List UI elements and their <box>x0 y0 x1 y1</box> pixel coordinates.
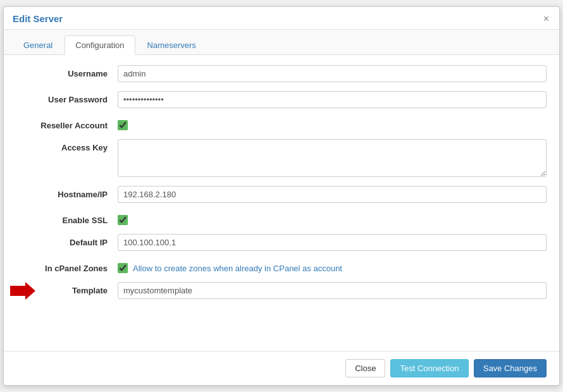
test-connection-button[interactable]: Test Connection <box>390 359 468 377</box>
access-key-input[interactable] <box>118 139 547 177</box>
modal-footer: Close Test Connection Save Changes <box>4 351 559 385</box>
enable-ssl-checkbox[interactable] <box>118 215 128 225</box>
template-row: Template <box>16 282 547 299</box>
username-label: Username <box>16 65 118 78</box>
modal-body: Username User Password Reseller Account … <box>4 55 559 351</box>
hostname-label: Hostname/IP <box>16 186 118 199</box>
hostname-input[interactable] <box>118 186 547 203</box>
default-ip-row: Default IP <box>16 234 547 251</box>
edit-server-modal: Edit Server × General Configuration Name… <box>3 6 560 386</box>
modal-header: Edit Server × <box>4 7 559 30</box>
tab-nameservers[interactable]: Nameservers <box>137 35 207 55</box>
enable-ssl-row: Enable SSL <box>16 212 547 225</box>
arrow-indicator <box>10 282 35 302</box>
reseller-checkbox-wrap <box>118 117 128 130</box>
enable-ssl-label: Enable SSL <box>16 212 118 225</box>
cpanel-zones-row: In cPanel Zones Allow to create zones wh… <box>16 260 547 273</box>
cpanel-zones-checkbox[interactable] <box>118 263 128 273</box>
password-label: User Password <box>16 91 118 104</box>
password-row: User Password <box>16 91 547 108</box>
tab-configuration[interactable]: Configuration <box>65 35 135 55</box>
access-key-label: Access Key <box>16 139 118 152</box>
enable-ssl-checkbox-wrap <box>118 212 128 225</box>
default-ip-input[interactable] <box>118 234 547 251</box>
hostname-row: Hostname/IP <box>16 186 547 203</box>
reseller-checkbox[interactable] <box>118 120 128 130</box>
tabs-bar: General Configuration Nameservers <box>4 30 559 55</box>
close-icon-button[interactable]: × <box>542 14 550 24</box>
cpanel-zones-label: In cPanel Zones <box>16 260 118 273</box>
default-ip-label: Default IP <box>16 234 118 247</box>
template-input[interactable] <box>118 282 547 299</box>
close-button[interactable]: Close <box>345 359 385 377</box>
save-changes-button[interactable]: Save Changes <box>474 359 547 377</box>
modal-title: Edit Server <box>13 13 63 24</box>
username-row: Username <box>16 65 547 82</box>
reseller-row: Reseller Account <box>16 117 547 130</box>
access-key-row: Access Key <box>16 139 547 177</box>
cpanel-zones-text: Allow to create zones when already in CP… <box>133 264 342 273</box>
svg-marker-0 <box>10 282 35 300</box>
tab-general[interactable]: General <box>13 35 63 55</box>
arrow-right-icon <box>10 282 35 300</box>
cpanel-zones-checkbox-wrap: Allow to create zones when already in CP… <box>118 260 342 273</box>
password-input[interactable] <box>118 91 547 108</box>
username-input[interactable] <box>118 65 547 82</box>
reseller-label: Reseller Account <box>16 117 118 130</box>
